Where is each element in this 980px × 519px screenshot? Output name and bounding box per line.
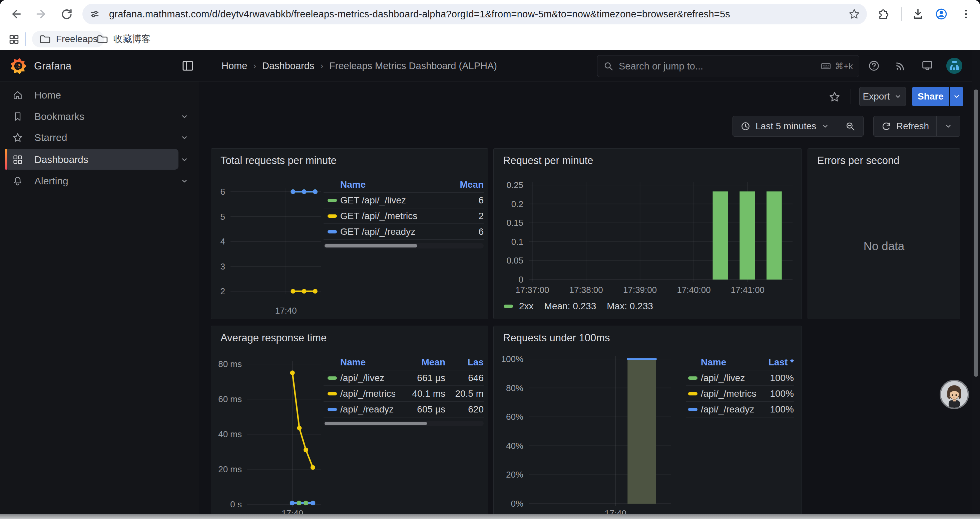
legend-row[interactable]: /api/_/metrics 100% [686,385,794,401]
breadcrumb: Home › Dashboards › Freeleaps Metrics Da… [221,61,497,72]
legend-inline[interactable]: 2xx Mean: 0.233 Max: 0.233 [504,301,653,311]
legend-header-last[interactable]: Last * [760,357,794,368]
help-icon[interactable] [867,58,881,73]
sidebar-item-dashboards[interactable]: Dashboards [0,149,199,170]
profile-icon[interactable] [933,6,949,22]
refresh-button[interactable]: Refresh [873,116,936,136]
share-button[interactable]: Share [912,87,949,106]
chevron-down-icon[interactable] [180,155,189,164]
sidebar-item-bookmarks[interactable]: Bookmarks [0,106,199,127]
svg-text:0.05: 0.05 [506,256,523,265]
time-range-group: Last 5 minutes [732,116,864,137]
svg-text:17:40: 17:40 [275,306,297,316]
sidebar-item-home[interactable]: Home [0,85,199,106]
news-rss-icon[interactable] [893,58,908,73]
search-input[interactable]: Search or jump to... ⌘+k [597,55,859,77]
extensions-icon[interactable] [875,6,891,22]
legend-row[interactable]: /api/_/livez 661 µs 646 [323,370,484,385]
legend-row[interactable]: /api/_/readyz 605 µs 620 [323,401,484,417]
refresh-label: Refresh [896,121,929,132]
export-button[interactable]: Export [859,87,906,106]
downloads-icon[interactable] [910,6,926,22]
svg-text:60 ms: 60 ms [218,394,242,404]
kiosk-monitor-icon[interactable] [920,58,935,73]
zoom-out-icon [845,121,856,132]
panel-total-requests-per-minute[interactable]: Total requests per minute 6543217:40 Nam… [211,148,488,319]
bar-chart[interactable]: 0.250.20.150.10.05017:37:0017:38:0017:39… [494,149,802,319]
chevron-down-icon[interactable] [180,133,189,143]
legend-header-mean[interactable]: Mean [437,179,484,190]
svg-text:60%: 60% [506,412,523,422]
bookmark-folder-blogs[interactable]: 收藏博客 [89,31,158,48]
chevron-down-icon [821,122,830,131]
svg-text:5: 5 [221,212,225,222]
assistant-avatar[interactable] [941,381,968,408]
legend-header-name[interactable]: Name [340,179,437,190]
legend-header-name[interactable]: Name [701,357,760,368]
address-bar[interactable]: grafana.mathmast.com/d/deytv4rwavabkb/fr… [83,4,867,24]
grafana-logo-icon[interactable] [10,57,27,75]
legend-row[interactable]: /api/_/metrics 40.1 ms 20.5 m [323,385,484,401]
breadcrumb-separator: › [253,61,256,71]
svg-text:17:37:00: 17:37:00 [515,285,549,295]
page-scrollbar[interactable] [972,50,980,514]
bell-icon [12,175,23,187]
bookmark-icon [12,111,23,122]
chevron-down-icon[interactable] [180,176,189,186]
panel-title[interactable]: Errors per second [817,155,899,167]
breadcrumb-dashboards[interactable]: Dashboards [262,61,314,72]
bookmark-folder-label: 收藏博客 [113,33,151,45]
svg-text:0.15: 0.15 [506,218,523,228]
home-icon [12,89,23,101]
legend-series-name[interactable]: 2xx [519,301,534,311]
bookmarks-divider [25,32,26,46]
share-label: Share [918,91,943,102]
breadcrumb-current: Freeleaps Metrics Dashboard (ALPHA) [329,61,497,72]
sidebar-item-label: Alerting [34,175,68,187]
refresh-interval-chevron[interactable] [936,116,960,136]
sidebar-toggle-icon[interactable] [181,59,195,73]
url-text[interactable]: grafana.mathmast.com/d/deytv4rwavabkb/fr… [109,9,730,20]
svg-text:17:39:00: 17:39:00 [623,285,657,295]
legend-row[interactable]: /api/_/livez 100% [686,370,794,385]
sidebar-item-starred[interactable]: Starred [0,127,199,148]
panel-requests-under-100ms[interactable]: Requests under 100ms 100%80%60%40%20%0%1… [493,326,802,519]
scrollbar-thumb[interactable] [974,89,978,377]
legend-header-last[interactable]: Las [445,357,484,368]
legend-header-mean[interactable]: Mean [395,357,445,368]
browser-menu-icon[interactable] [958,6,974,22]
browser-back-icon[interactable] [8,6,24,22]
panel-average-response-time[interactable]: Average response time 80 ms60 ms40 ms20 … [211,326,488,519]
browser-forward-icon[interactable] [33,6,49,22]
sidebar-item-alerting[interactable]: Alerting [0,170,199,192]
browser-reload-icon[interactable] [59,6,75,22]
panel-request-per-minute[interactable]: Request per minute 0.250.20.150.10.05017… [493,148,802,319]
brand-label: Grafana [34,60,72,72]
legend-row[interactable]: GET /api/_/metrics 2 [323,208,484,224]
share-menu-chevron[interactable] [950,87,963,106]
chevron-down-icon [894,92,902,101]
favorite-dashboard-star-icon[interactable] [827,89,843,105]
legend-scrollbar[interactable] [323,243,484,249]
svg-text:40%: 40% [506,441,523,451]
zoom-out-time-button[interactable] [837,116,863,136]
apps-grid-icon[interactable] [6,31,22,48]
legend-row[interactable]: GET /api/_/readyz 6 [323,224,484,239]
legend-scrollbar[interactable] [323,421,484,426]
bookmark-star-icon[interactable] [848,8,860,20]
star-icon [12,132,23,143]
legend-header-name[interactable]: Name [340,357,395,368]
time-range-picker[interactable]: Last 5 minutes [733,116,837,136]
svg-text:20 ms: 20 ms [218,464,242,474]
user-avatar[interactable] [946,58,963,74]
breadcrumb-home[interactable]: Home [221,61,247,72]
svg-text:80 ms: 80 ms [218,359,242,369]
legend-row[interactable]: GET /api/_/livez 6 [323,192,484,208]
chevron-down-icon [952,92,961,101]
svg-text:17:38:00: 17:38:00 [570,285,603,295]
refresh-group: Refresh [873,116,960,137]
panel-errors-per-second[interactable]: Errors per second No data [808,148,960,319]
legend-row[interactable]: /api/_/readyz 100% [686,401,794,417]
site-settings-icon[interactable] [89,8,100,20]
chevron-down-icon[interactable] [180,112,189,121]
